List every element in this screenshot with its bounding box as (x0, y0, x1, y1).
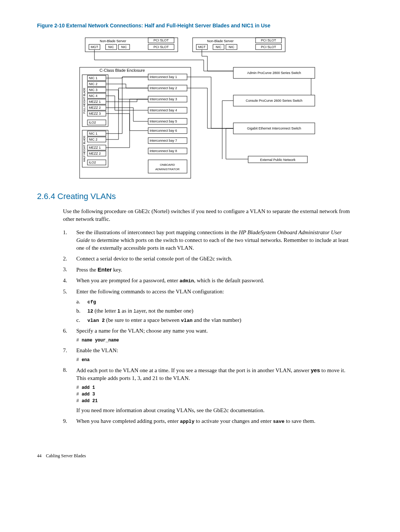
vlan-word: vlan (181, 318, 193, 323)
step9-c: to save them. (284, 418, 315, 424)
half-rows: NIC 1 NIC 2 MEZZ 1 MEZZ 2 iLO2 (87, 131, 106, 165)
server-left-title: Non-Blade Server (100, 39, 126, 43)
bay-label: Interconnect bay 2 (150, 86, 177, 90)
port-label: NIC (121, 45, 127, 49)
right-box-label: Console ProCurve 2600 Series Switch (246, 99, 302, 102)
step7-cmd: # ena (76, 357, 356, 363)
step5c-d: and the vlan number) (193, 317, 241, 323)
step5b-f: ayer, not the number one) (136, 308, 193, 314)
full-rows: NIC 1 NIC 2 NIC 3 NIC 4 MEZZ 1 MEZZ 2 ME… (87, 75, 106, 125)
slot-label: PCI SLOT (153, 45, 169, 49)
diagram: Non-Blade Server MGT NIC NIC PCI SLOT PC… (37, 34, 356, 182)
right-box-label: External Public Network (260, 158, 296, 162)
row-label: iLO2 (89, 121, 96, 124)
step1-text-b: to determine which ports on the switch t… (76, 237, 349, 251)
step-8: Add each port to the VLAN one at a time.… (63, 366, 356, 414)
half-blade-label: HALF HEIGHT BLADE (83, 135, 86, 162)
step3-b: key. (112, 267, 122, 273)
vlan2-cmd: vlan 2 (87, 318, 105, 323)
bay-label: Interconnect bay 6 (150, 129, 177, 132)
step-4: When you are prompted for a password, en… (63, 277, 356, 284)
section-heading: 2.6.4 Creating VLANs (37, 191, 356, 202)
step-5: Enter the following commands to access t… (63, 288, 356, 324)
step5c: vlan 2 (be sure to enter a space between… (76, 316, 356, 324)
oa-label-l2: ADMINISTRATOR (155, 168, 180, 171)
port-label: NIC (216, 45, 221, 49)
bay-label: Interconnect bay 3 (150, 97, 177, 101)
row-label: MEZZ 1 (89, 100, 101, 104)
row-label: NIC 1 (89, 132, 97, 135)
row-label: MEZZ 1 (89, 146, 101, 149)
yes-key: yes (311, 367, 320, 373)
row-label: iLO2 (89, 161, 96, 164)
step5-sublist: cfg l2 (the letter l as in layer, not th… (76, 298, 356, 324)
step-6: Specify a name for the VLAN; choose any … (63, 327, 356, 344)
bay-label: Interconnect bay 4 (150, 108, 177, 112)
step5b-d: as in (120, 308, 133, 314)
cfg-cmd: cfg (87, 299, 96, 305)
section-title-text: Creating VLANs (57, 192, 116, 201)
save-cmd: save (273, 419, 284, 424)
slot-label: PCI SLOT (261, 45, 276, 49)
step9-a: When you have completed adding ports, en… (76, 418, 180, 424)
apply-cmd: apply (180, 419, 194, 424)
bays: Interconnect bay 1 Interconnect bay 2 In… (148, 74, 187, 173)
slot-label: PCI SLOT (153, 38, 169, 42)
figure-caption: Figure 2-10 External Network Connections… (37, 22, 356, 30)
step5a: cfg (76, 298, 356, 306)
intro-paragraph: Use the following procedure on GbE2c (No… (63, 208, 356, 223)
right-box-label: Gigabit Ethernet Interconnect Switch (247, 127, 301, 130)
add3-cmd: add 3 (81, 392, 95, 397)
server-right-title: Non-Blade Server (207, 39, 234, 43)
step5c-b: (be sure to enter a space between (105, 317, 181, 323)
bay-label: Interconnect bay 7 (150, 139, 177, 142)
row-label: NIC 1 (89, 76, 97, 80)
port-label: MGT (91, 45, 98, 49)
step1-text-a: See the illustrations of interconnect ba… (76, 229, 239, 235)
add21-cmd: add 21 (81, 398, 97, 404)
enclosure-title: C-Class Blade Enclosure (100, 68, 145, 73)
bay-label: Interconnect bay 8 (150, 149, 177, 153)
add1-cmd: add 1 (81, 385, 95, 390)
step8-cmds: # add 1 # add 3 # add 21 (76, 384, 356, 404)
oa-label-l1: ONBOARD (160, 163, 175, 166)
procedure-list: See the illustrations of interconnect ba… (63, 229, 356, 425)
step4-b: , which is the default password. (194, 277, 264, 283)
admin-cmd: admin (180, 278, 194, 284)
step-2: Connect a serial device to the serial co… (63, 255, 356, 263)
slot-label: PCI SLOT (261, 38, 276, 42)
row-label: MEZZ 2 (89, 106, 101, 110)
step-1: See the illustrations of interconnect ba… (63, 229, 356, 252)
step6-cmd: # name your_name (76, 337, 356, 344)
step3-a: Press the (76, 267, 98, 273)
bay-label: Interconnect bay 5 (150, 119, 177, 123)
step9-b: to activate your changes and enter (194, 418, 273, 424)
letter-l: l (117, 309, 120, 314)
row-label: MEZZ 2 (89, 152, 101, 155)
step5b-b: (the letter (93, 308, 117, 314)
bay-label: Interconnect bay 1 (150, 75, 177, 79)
step-7: Enable the VLAN: # ena (63, 347, 356, 363)
port-label: NIC (229, 45, 234, 49)
row-label: MEZZ 3 (89, 112, 101, 115)
step5b: l2 (the letter l as in layer, not the nu… (76, 307, 356, 315)
right-box-label: Admin ProCurve 2800 Series Switch (247, 71, 301, 75)
step-3: Press the Enter key. (63, 266, 356, 274)
ena-cmd: ena (81, 357, 90, 363)
svg-rect-36 (148, 160, 187, 173)
step6-text: Specify a name for the VLAN; choose any … (76, 328, 208, 334)
name-cmd: name your_name (81, 338, 119, 343)
step4-a: When you are prompted for a password, en… (76, 277, 180, 283)
enter-key: Enter (98, 266, 112, 273)
row-label: NIC 4 (89, 94, 97, 98)
full-blade-label: FULL HEIGHT BLADE (83, 87, 86, 113)
l2-cmd: l2 (87, 309, 93, 314)
row-label: NIC 3 (89, 88, 97, 92)
step5-text: Enter the following commands to access t… (76, 289, 224, 294)
step-9: When you have completed adding ports, en… (63, 417, 356, 425)
row-label: NIC 2 (89, 82, 97, 86)
step7-text: Enable the VLAN: (76, 347, 118, 353)
letter-l2: l (133, 309, 136, 314)
step8-a: Add each port to the VLAN one at a time.… (76, 367, 311, 373)
port-label: MGT (198, 45, 206, 49)
